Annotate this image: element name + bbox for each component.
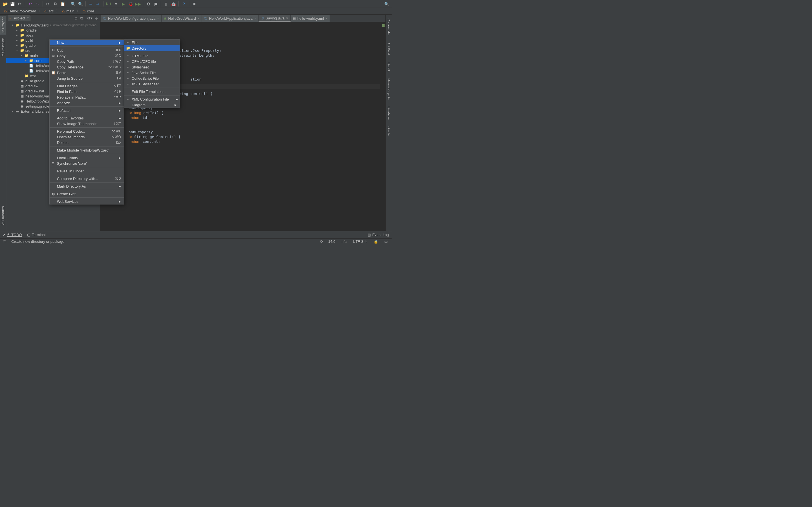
menu-item[interactable]: ▫JavaScript File: [124, 70, 180, 75]
tab-gradle[interactable]: Gradle: [387, 125, 391, 137]
context-menu[interactable]: New▶✂Cut⌘X⧉Copy⌘CCopy Path⇧⌘CCopy Refere…: [49, 40, 124, 205]
menu-item[interactable]: 📋Paste⌘V: [50, 70, 124, 75]
close-tab-icon[interactable]: ×: [157, 17, 159, 20]
crumb-project[interactable]: 🗀HelloDropWizard: [3, 9, 43, 13]
menu-item[interactable]: Copy Reference⌥⇧⌘C: [50, 64, 124, 70]
menu-item[interactable]: ▫Stylesheet: [124, 64, 180, 70]
menu-item[interactable]: Diagram▶: [124, 102, 180, 108]
menu-item[interactable]: ▫CFML/CFC file: [124, 59, 180, 64]
menu-item[interactable]: ▫CoffeeScript File: [124, 75, 180, 81]
project-view-combo[interactable]: Project: [8, 15, 31, 21]
search-everywhere-icon[interactable]: 🔍: [384, 1, 389, 6]
menu-item[interactable]: Show Image Thumbnails⇧⌘T: [50, 121, 124, 126]
debug-icon[interactable]: 🐞: [128, 1, 133, 6]
copy-icon[interactable]: ⧉: [53, 1, 58, 6]
sdk-icon[interactable]: 🤖: [171, 1, 176, 6]
menu-item[interactable]: Refactor▶: [50, 108, 124, 113]
close-tab-icon[interactable]: ×: [198, 17, 199, 20]
tree-node[interactable]: ▸📁.idea: [6, 33, 100, 38]
menu-item[interactable]: Local History▶: [50, 155, 124, 161]
run-icon[interactable]: ▶: [121, 1, 126, 6]
menu-item[interactable]: ▫HTML File: [124, 53, 180, 59]
tree-node[interactable]: ▸📁.gradle: [6, 27, 100, 33]
menu-item[interactable]: Jump to SourceF4: [50, 75, 124, 81]
menu-item[interactable]: Add to Favorites▶: [50, 115, 124, 121]
menu-item[interactable]: Delete...⌦: [50, 140, 124, 145]
find-icon[interactable]: 🔍: [70, 1, 75, 6]
tab-project[interactable]: 1: Project: [0, 16, 6, 35]
menu-item[interactable]: Optimize Imports...⌥⌘O: [50, 134, 124, 140]
close-tab-icon[interactable]: ×: [254, 17, 256, 20]
menu-item[interactable]: ✂Cut⌘X: [50, 47, 124, 53]
tab-todo[interactable]: ✔6: TODO: [3, 233, 22, 237]
run-config-combo[interactable]: ▾: [113, 1, 118, 6]
paste-icon[interactable]: 📋: [60, 1, 65, 6]
editor-tab[interactable]: ⒸHelloWorldApplication.java×: [202, 15, 259, 22]
undo-icon[interactable]: ↶: [28, 1, 33, 6]
crumb-core[interactable]: 🗀core: [82, 9, 96, 13]
status-mem-icon[interactable]: ▭: [383, 239, 389, 244]
editor-tab[interactable]: ⒸHelloWorldConfiguration.java×: [101, 15, 161, 22]
close-tab-icon[interactable]: ×: [286, 16, 288, 20]
hide-icon[interactable]: ⦸: [94, 16, 98, 20]
tab-event-log[interactable]: ▤Event Log: [367, 233, 389, 237]
status-process-icon[interactable]: ⟳: [320, 239, 323, 244]
menu-item[interactable]: New▶: [50, 40, 124, 45]
menu-item[interactable]: ▫XML Configuration File▶: [124, 96, 180, 102]
tab-commander[interactable]: Commander: [387, 17, 391, 38]
menu-item[interactable]: Make Module 'HelloDropWizard': [50, 147, 124, 153]
exit-icon[interactable]: ▣: [192, 1, 197, 6]
fwd-icon[interactable]: ⇨: [96, 1, 101, 6]
crumb-main[interactable]: 🗀main: [61, 9, 82, 13]
tab-database[interactable]: Database: [387, 105, 391, 121]
tab-ant[interactable]: Ant Build: [387, 41, 391, 57]
menu-item[interactable]: Reformat Code...⌥⌘L: [50, 128, 124, 134]
menu-item[interactable]: Reveal in Finder: [50, 168, 124, 174]
menu-item[interactable]: Edit File Templates...: [124, 89, 180, 94]
make-icon[interactable]: ⬇⬆: [106, 1, 111, 6]
cut-icon[interactable]: ✂: [45, 1, 50, 6]
menu-item[interactable]: ◍Create Gist...: [50, 191, 124, 196]
back-icon[interactable]: ⇦: [88, 1, 93, 6]
tab-terminal[interactable]: ▢Terminal: [27, 233, 46, 237]
editor-tab[interactable]: ◉HelloDropWizard×: [161, 15, 202, 22]
new-submenu[interactable]: ▫File📁Directory▫HTML File▫CFML/CFC file▫…: [124, 40, 180, 108]
menu-item[interactable]: ▫XSLT Stylesheet: [124, 81, 180, 87]
save-icon[interactable]: 💾: [10, 1, 15, 6]
menu-item[interactable]: Mark Directory As▶: [50, 183, 124, 189]
menu-item[interactable]: 📁Directory: [124, 45, 180, 51]
tab-idetalk[interactable]: IDEtalk: [387, 60, 391, 73]
menu-item[interactable]: Compare Directory with...⌘D: [50, 176, 124, 181]
status-hector-icon[interactable]: 🔒: [372, 239, 379, 244]
tab-maven[interactable]: Maven Projects: [387, 76, 391, 101]
menu-item[interactable]: ⟳Synchronize 'core': [50, 161, 124, 166]
redo-icon[interactable]: ↷: [35, 1, 40, 6]
scroll-from-source-icon[interactable]: ⊙: [73, 16, 79, 20]
status-icon[interactable]: ▢: [3, 239, 6, 244]
tree-node[interactable]: ▾📁HelloDropWizard(~/Projects/thoughtwork…: [6, 22, 100, 27]
coverage-icon[interactable]: ▶▶: [135, 1, 140, 6]
tool2-icon[interactable]: ▣: [153, 1, 158, 6]
menu-item[interactable]: WebServices▶: [50, 199, 124, 204]
menu-item[interactable]: Find in Path...^⇧F: [50, 89, 124, 94]
collapse-all-icon[interactable]: ⧉: [80, 16, 84, 20]
menu-item[interactable]: Analyze▶: [50, 100, 124, 106]
open-icon[interactable]: 📂: [3, 1, 8, 6]
menu-item[interactable]: Find Usages⌥F7: [50, 83, 124, 89]
replace-icon[interactable]: 🔍: [78, 1, 83, 6]
settings-gear-icon[interactable]: ⚙▾: [86, 16, 93, 20]
editor-tab[interactable]: ⒸSaying.java×: [259, 15, 291, 22]
tab-structure[interactable]: 7: Structure: [0, 36, 6, 59]
sync-icon[interactable]: ⟳: [17, 1, 22, 6]
menu-item[interactable]: ⧉Copy⌘C: [50, 53, 124, 59]
menu-item[interactable]: ▫File: [124, 40, 180, 45]
editor-tab[interactable]: ▦hello-world.yaml×: [291, 15, 330, 22]
status-encoding[interactable]: UTF-8 ≑: [352, 239, 368, 244]
tab-favorites[interactable]: 2: Favorites: [0, 205, 6, 227]
crumb-src[interactable]: 🗀src: [43, 9, 61, 13]
tool1-icon[interactable]: ⚙: [146, 1, 151, 6]
help-icon[interactable]: ?: [181, 1, 186, 6]
avd-icon[interactable]: ▯: [163, 1, 168, 6]
menu-item[interactable]: Replace in Path...^⇧R: [50, 94, 124, 100]
menu-item[interactable]: Copy Path⇧⌘C: [50, 59, 124, 64]
